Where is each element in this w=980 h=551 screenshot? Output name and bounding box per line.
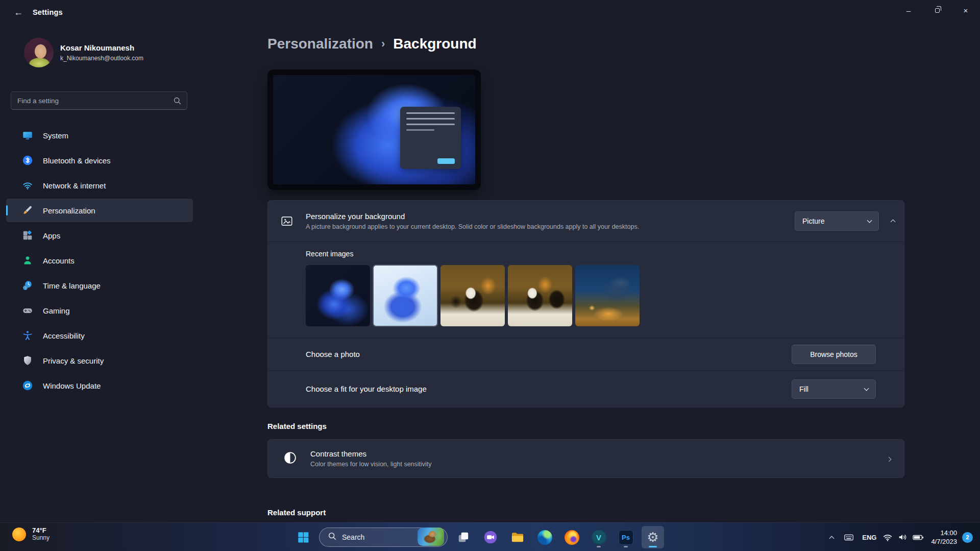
sidebar-item-label: Accounts: [43, 256, 75, 265]
sidebar-item-time-language[interactable]: Time & language: [6, 274, 193, 297]
close-button[interactable]: ×: [951, 0, 980, 20]
app-title: Settings: [33, 8, 63, 16]
settings-app-screen: ← Settings – × Kosar Nikoumanesh k_Nikou…: [0, 0, 980, 551]
contrast-themes-description: Color themes for low vision, light sensi…: [310, 461, 887, 468]
sidebar-item-network-internet[interactable]: Network & internet: [6, 174, 193, 197]
windows-logo-icon: [297, 531, 310, 544]
sidebar-item-label: Accessibility: [43, 331, 85, 340]
tray-time: 14:00: [931, 529, 957, 537]
battery-tray-button[interactable]: [911, 527, 926, 547]
search-icon: [328, 532, 337, 543]
edge-icon: [537, 530, 552, 545]
sidebar-item-label: Time & language: [43, 281, 101, 290]
wifi-tray-button[interactable]: [880, 527, 895, 547]
taskbar: 74°F Sunny Search: [0, 522, 980, 551]
sidebar-item-label: Gaming: [43, 306, 70, 315]
choose-photo-label: Choose a photo: [306, 350, 360, 358]
language-indicator[interactable]: ENG: [859, 527, 880, 547]
hidden-icons-button[interactable]: [824, 527, 839, 547]
breadcrumb: Personalization › Background: [267, 36, 477, 52]
v-app-button[interactable]: V: [587, 526, 610, 548]
preview-dialog-card: [400, 107, 461, 169]
choose-fit-row: Choose a fit for your desktop image Fill: [268, 370, 904, 407]
choose-fit-label: Choose a fit for your desktop image: [306, 385, 427, 393]
page-title: Background: [393, 36, 476, 52]
task-view-button[interactable]: [452, 526, 475, 548]
search-input[interactable]: [11, 92, 187, 109]
settings-app-button[interactable]: ⚙: [642, 526, 664, 548]
sidebar-item-personalization[interactable]: Personalization: [6, 199, 193, 222]
sidebar-item-apps[interactable]: Apps: [6, 224, 193, 247]
sidebar-item-system[interactable]: System: [6, 124, 193, 147]
volume-tray-button[interactable]: [895, 527, 911, 547]
edge-browser-button[interactable]: [533, 526, 556, 548]
background-type-dropdown[interactable]: Picture: [795, 211, 879, 231]
breadcrumb-personalization[interactable]: Personalization: [267, 36, 373, 52]
preview-dialog-button: [437, 158, 455, 164]
weather-condition: Sunny: [32, 534, 50, 542]
fit-dropdown[interactable]: Fill: [792, 379, 876, 399]
avatar[interactable]: [24, 38, 54, 67]
sidebar-item-label: Privacy & security: [43, 356, 104, 365]
chat-app-button[interactable]: [479, 526, 502, 548]
chat-video-icon: [483, 530, 498, 544]
accessibility-person-icon: [21, 329, 34, 342]
sidebar-item-label: Personalization: [43, 206, 95, 215]
sun-icon: [12, 528, 26, 541]
contrast-themes-card[interactable]: Contrast themes Color themes for low vis…: [267, 439, 904, 478]
gamepad-icon: [21, 304, 34, 317]
sidebar-item-gaming[interactable]: Gaming: [6, 299, 193, 322]
weather-widget[interactable]: 74°F Sunny: [12, 526, 50, 542]
shield-icon: [21, 354, 34, 367]
choose-photo-row: Choose a photo Browse photos: [268, 338, 904, 370]
notification-badge[interactable]: 2: [962, 532, 973, 543]
sidebar-item-bluetooth-devices[interactable]: Bluetooth & devices: [6, 149, 193, 172]
keyboard-icon: [843, 532, 854, 543]
sidebar-item-accounts[interactable]: Accounts: [6, 249, 193, 272]
contrast-icon: [283, 451, 297, 467]
recent-image-bloom-light[interactable]: [373, 265, 437, 326]
preview-dialog-line: [406, 112, 455, 114]
person-icon: [21, 254, 34, 267]
preview-dialog-line: [406, 124, 455, 125]
back-button[interactable]: ←: [9, 4, 28, 20]
folder-icon: [510, 530, 525, 544]
background-preview-wallpaper: [273, 75, 475, 184]
firefox-browser-button[interactable]: [560, 526, 583, 548]
contrast-themes-title: Contrast themes: [310, 449, 887, 458]
clock-widget[interactable]: 14:00 4/7/2023: [931, 529, 957, 546]
restore-button[interactable]: [923, 0, 951, 20]
breadcrumb-separator: ›: [381, 37, 385, 51]
sidebar-item-label: System: [43, 131, 68, 140]
recent-image-castle-night[interactable]: [575, 265, 640, 326]
system-tray: ENG 14:00 4/7/2023 2: [824, 523, 980, 551]
start-button[interactable]: [292, 526, 314, 548]
expander-collapse-button[interactable]: [891, 217, 895, 226]
chevron-up-icon: [829, 536, 834, 541]
recent-image-grouse-1[interactable]: [440, 265, 505, 326]
back-arrow-icon: ←: [14, 7, 23, 18]
update-icon: [21, 379, 34, 392]
sidebar-item-label: Apps: [43, 231, 60, 240]
recent-image-grouse-2[interactable]: [508, 265, 572, 326]
minimize-button[interactable]: –: [894, 0, 923, 20]
personalize-background-header[interactable]: Personalize your background A picture ba…: [268, 201, 904, 242]
taskbar-search-box[interactable]: Search: [319, 528, 448, 547]
user-name: Kosar Nikoumanesh: [60, 43, 134, 52]
browse-photos-button[interactable]: Browse photos: [792, 345, 876, 364]
search-highlight-image[interactable]: [418, 528, 444, 546]
recent-image-bloom-dark[interactable]: [306, 265, 370, 326]
system-icon: [21, 129, 34, 141]
touch-keyboard-button[interactable]: [839, 527, 859, 547]
recent-images-list: [306, 265, 892, 326]
clock-globe-icon: [21, 279, 34, 292]
photoshop-button[interactable]: Ps: [615, 526, 637, 548]
task-view-icon: [457, 531, 470, 544]
sidebar-item-label: Windows Update: [43, 381, 101, 390]
sidebar-item-accessibility[interactable]: Accessibility: [6, 324, 193, 347]
sidebar-item-privacy-security[interactable]: Privacy & security: [6, 349, 193, 372]
sidebar-item-windows-update[interactable]: Windows Update: [6, 374, 193, 397]
chevron-right-icon: [887, 454, 891, 463]
file-explorer-button[interactable]: [506, 526, 529, 548]
chevron-up-icon: [891, 220, 896, 225]
